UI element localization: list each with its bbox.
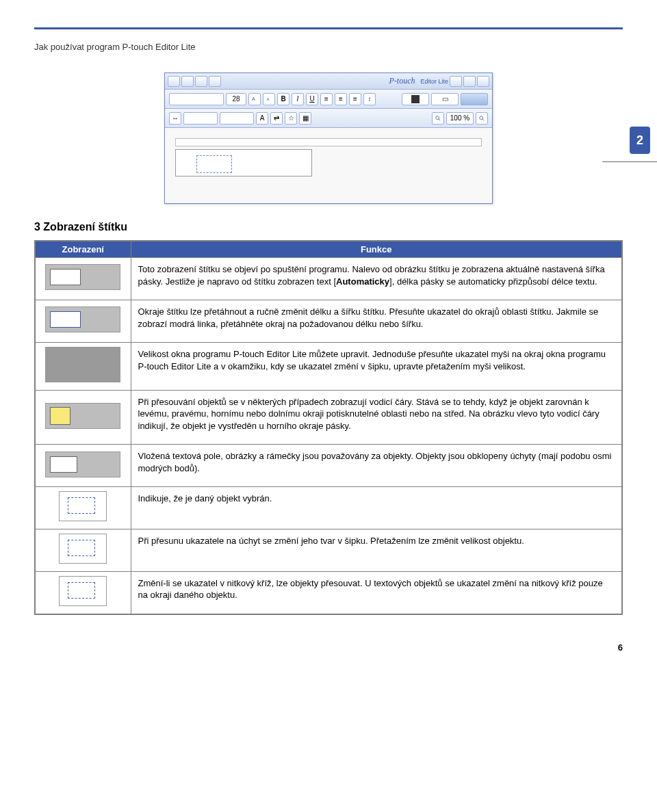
label-preview[interactable] <box>175 149 312 176</box>
close-button[interactable] <box>477 76 489 87</box>
design-canvas[interactable] <box>165 128 492 203</box>
row-text: Vložená textová pole, obrázky a rámečky … <box>131 445 622 487</box>
section-heading: 3 Zobrazení štítku <box>34 221 623 233</box>
mirror-button[interactable]: ⇄ <box>270 112 283 125</box>
header-rule <box>34 27 623 29</box>
row-text: Indikuje, že je daný objekt vybrán. <box>131 487 622 529</box>
app-window: P-touch Editor Lite 28 A A B I U ≡ ≡ ≡ ↕ <box>164 73 493 204</box>
chapter-tab: 2 <box>630 127 650 154</box>
row-keyword: Automaticky <box>336 276 389 287</box>
open-button[interactable] <box>195 76 207 87</box>
page-number: 6 <box>34 642 623 653</box>
row-text: Velikost okna programu P-touch Editor Li… <box>131 343 622 391</box>
table-row: Vložená textová pole, obrázky a rámečky … <box>35 445 622 487</box>
brand-text: P-touch <box>389 76 415 87</box>
table-row: Při přesouvání objektů se v některých př… <box>35 390 622 445</box>
vertical-text-button[interactable]: ↕ <box>363 93 376 105</box>
callout-line <box>602 161 657 162</box>
table-row: Velikost okna programu P-touch Editor Li… <box>35 343 622 391</box>
zoom-in-button[interactable] <box>476 112 488 125</box>
font-decrease-button[interactable]: A <box>263 93 275 105</box>
zoom-value[interactable]: 100 % <box>446 112 474 125</box>
app-screenshot: P-touch Editor Lite 28 A A B I U ≡ ≡ ≡ ↕ <box>34 73 623 204</box>
col-function: Funkce <box>131 241 622 258</box>
table-row: Toto zobrazení štítku se objeví po spušt… <box>35 258 622 300</box>
table-row: Indikuje, že je daný objekt vybrán. <box>35 487 622 529</box>
align-right-button[interactable]: ≡ <box>349 93 361 105</box>
new-button[interactable] <box>181 76 194 87</box>
maximize-button[interactable] <box>463 76 476 87</box>
italic-button[interactable]: I <box>292 93 304 105</box>
titlebar: P-touch Editor Lite <box>165 73 492 90</box>
table-row: Okraje štítku lze přetáhnout a ručně změ… <box>35 300 622 343</box>
svg-text:A: A <box>252 96 255 102</box>
page-header: Jak používat program P-touch Editor Lite <box>34 42 623 52</box>
font-size-select[interactable]: 28 <box>226 93 246 105</box>
orientation-button[interactable]: A <box>256 112 268 125</box>
row-text: Okraje štítku lze přetáhnout a ručně změ… <box>131 300 622 343</box>
label-length-input[interactable] <box>183 112 218 125</box>
table-row: Změní-li se ukazatel v nitkový kříž, lze… <box>35 571 622 614</box>
bold-button[interactable]: B <box>277 93 289 105</box>
font-family-select[interactable] <box>169 93 224 105</box>
font-toolbar: 28 A A B I U ≡ ≡ ≡ ↕ ▭ <box>165 90 492 109</box>
app-icon <box>168 76 180 87</box>
underline-button[interactable]: U <box>306 93 318 105</box>
zoom-out-button[interactable] <box>432 112 444 125</box>
display-function-table: Zobrazení Funkce Toto zobrazení štítku s… <box>34 240 623 615</box>
row-text: Při přesouvání objektů se v některých př… <box>131 390 622 445</box>
print-button[interactable] <box>461 93 488 105</box>
svg-text:A: A <box>267 97 270 101</box>
image-button[interactable]: ▦ <box>299 112 311 125</box>
row-text: Při přesunu ukazatele na úchyt se změní … <box>131 529 622 572</box>
minimize-button[interactable] <box>450 76 462 87</box>
subbrand: Editor Lite <box>420 78 448 85</box>
color-button[interactable] <box>402 93 429 105</box>
row-text-2: ], délka pásky se automaticky přizpůsobí… <box>389 276 597 287</box>
label-toolbar: ↔ A ⇄ ☆ ▦ 100 % <box>165 109 492 128</box>
svg-line-6 <box>482 118 484 120</box>
svg-line-4 <box>439 118 440 120</box>
row-text: Změní-li se ukazatel v nitkový kříž, lze… <box>131 571 622 614</box>
symbols-button[interactable]: ☆ <box>285 112 297 125</box>
save-button[interactable] <box>209 76 221 87</box>
ruler <box>175 138 482 146</box>
svg-rect-2 <box>411 95 420 103</box>
col-display: Zobrazení <box>35 241 131 258</box>
label-mode-select[interactable] <box>220 112 254 125</box>
align-center-button[interactable]: ≡ <box>335 93 347 105</box>
label-length-icon: ↔ <box>169 112 181 125</box>
align-left-button[interactable]: ≡ <box>320 93 333 105</box>
font-increase-button[interactable]: A <box>248 93 261 105</box>
table-row: Při přesunu ukazatele na úchyt se změní … <box>35 529 622 572</box>
frame-button[interactable]: ▭ <box>431 93 459 105</box>
